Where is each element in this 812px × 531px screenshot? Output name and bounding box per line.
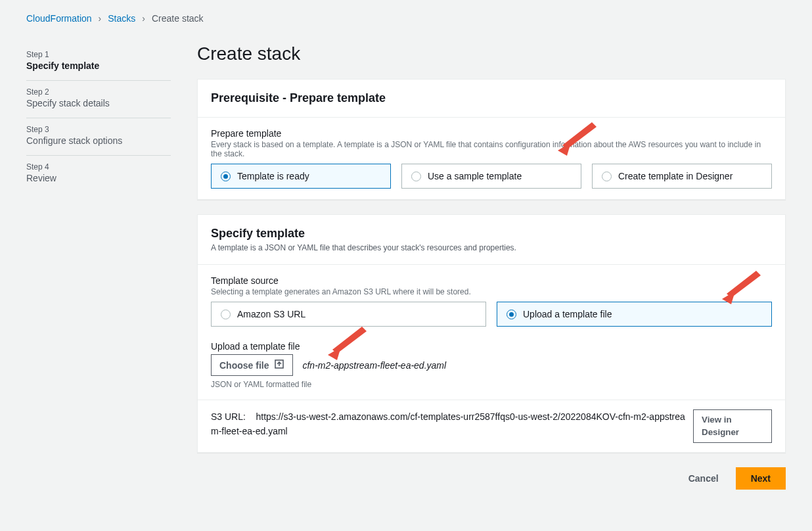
radio-label: Use a sample template [428, 171, 522, 181]
radio-label: Upload a template file [523, 309, 612, 319]
next-button[interactable]: Next [736, 467, 786, 490]
uploaded-filename: cfn-m2-appstream-fleet-ea-ed.yaml [302, 360, 446, 371]
radio-label: Create template in Designer [618, 171, 733, 181]
view-in-designer-button[interactable]: View in Designer [693, 409, 772, 443]
breadcrumb: CloudFormation › Stacks › Create stack [26, 13, 786, 24]
wizard-steps: Step 1 Specify template Step 2 Specify s… [26, 43, 171, 490]
step-label: Review [26, 173, 171, 183]
upload-icon [274, 359, 284, 371]
radio-icon [411, 172, 421, 181]
breadcrumb-stacks[interactable]: Stacks [108, 13, 135, 24]
choose-file-button[interactable]: Choose file [211, 354, 293, 376]
step-number: Step 1 [26, 50, 171, 59]
prerequisite-heading: Prerequisite - Prepare template [211, 91, 772, 105]
format-help: JSON or YAML formatted file [211, 380, 772, 389]
radio-template-ready[interactable]: Template is ready [211, 164, 391, 189]
breadcrumb-cloudformation[interactable]: CloudFormation [26, 13, 92, 24]
radio-icon [221, 310, 231, 319]
chevron-right-icon: › [99, 13, 102, 24]
step-3[interactable]: Step 3 Configure stack options [26, 118, 171, 156]
step-4[interactable]: Step 4 Review [26, 156, 171, 193]
radio-create-designer[interactable]: Create template in Designer [592, 164, 772, 189]
step-number: Step 4 [26, 162, 171, 172]
step-number: Step 2 [26, 87, 171, 97]
chevron-right-icon: › [142, 13, 145, 24]
upload-template-label: Upload a template file [211, 341, 772, 352]
cancel-button[interactable]: Cancel [682, 468, 725, 489]
breadcrumb-current: Create stack [152, 13, 204, 24]
step-label: Specify template [26, 60, 171, 71]
step-label: Configure stack options [26, 135, 171, 146]
radio-label: Template is ready [237, 171, 309, 181]
radio-icon [602, 172, 612, 181]
step-label: Specify stack details [26, 98, 171, 108]
footer-actions: Cancel Next [197, 467, 786, 490]
step-1[interactable]: Step 1 Specify template [26, 43, 171, 81]
page-title: Create stack [197, 43, 786, 64]
specify-template-panel: Specify template A template is a JSON or… [197, 214, 786, 453]
specify-heading: Specify template [211, 227, 772, 241]
prerequisite-panel: Prerequisite - Prepare template Prepare … [197, 79, 786, 200]
radio-label: Amazon S3 URL [237, 309, 305, 319]
s3-url-display: S3 URL: https://s3-us-west-2.amazonaws.c… [211, 409, 685, 439]
prepare-template-help: Every stack is based on a template. A te… [211, 140, 772, 158]
radio-amazon-s3-url[interactable]: Amazon S3 URL [211, 302, 486, 327]
prepare-template-label: Prepare template [211, 128, 772, 139]
radio-icon [221, 172, 231, 181]
radio-icon [507, 310, 516, 319]
specify-desc: A template is a JSON or YAML file that d… [211, 243, 772, 252]
template-source-label: Template source [211, 275, 772, 286]
s3-url-label: S3 URL: [211, 411, 246, 422]
radio-sample-template[interactable]: Use a sample template [401, 164, 581, 189]
template-source-help: Selecting a template generates an Amazon… [211, 287, 772, 296]
choose-file-label: Choose file [219, 360, 269, 371]
step-2[interactable]: Step 2 Specify stack details [26, 81, 171, 118]
s3-url-value: https://s3-us-west-2.amazonaws.com/cf-te… [211, 411, 685, 436]
radio-upload-template-file[interactable]: Upload a template file [497, 302, 772, 327]
step-number: Step 3 [26, 125, 171, 134]
